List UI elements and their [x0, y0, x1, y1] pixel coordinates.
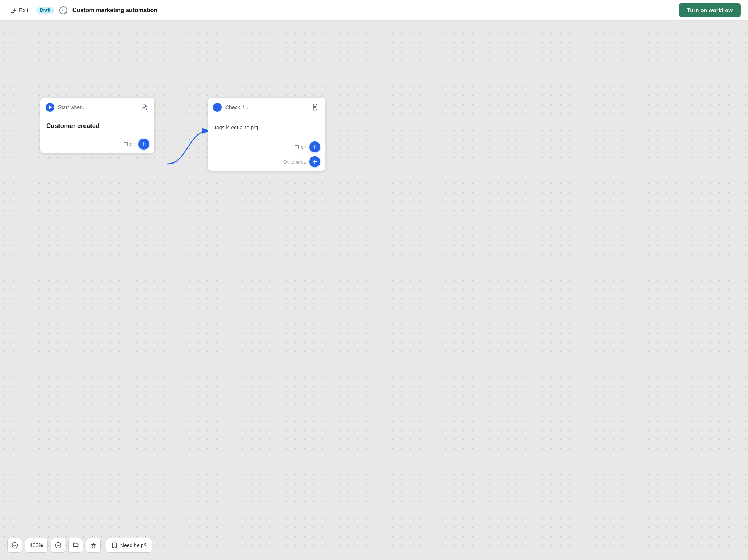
accessibility-button[interactable]: [86, 538, 101, 553]
clipboard-icon: [311, 104, 319, 111]
header-left: Exit Draft ✓ Custom marketing automation: [7, 6, 157, 15]
accessibility-icon: [90, 542, 97, 549]
minus-icon: [11, 542, 18, 549]
trigger-node-header: Start when...: [40, 98, 154, 117]
check-then-row: Then +: [295, 141, 320, 152]
zoom-in-button[interactable]: [51, 538, 65, 553]
check-node-container: Check if... Tags is equal to prq_: [208, 98, 325, 171]
svg-point-9: [93, 543, 94, 544]
trigger-person-icon[interactable]: [139, 102, 149, 112]
need-help-button[interactable]: Need help?: [106, 538, 152, 553]
trigger-node-footer: Then +: [40, 135, 154, 153]
svg-rect-8: [73, 544, 78, 547]
workflow-canvas: Start when... Customer created Then +: [0, 21, 748, 560]
check-clipboard-icon[interactable]: [310, 102, 320, 112]
svg-rect-5: [314, 104, 316, 105]
status-icon: ✓: [59, 6, 67, 14]
check-then-add-button[interactable]: +: [309, 141, 320, 152]
check-node-body: Tags is equal to prq_: [208, 117, 325, 138]
bottom-toolbar: 100% Need help?: [7, 538, 152, 553]
trigger-play-icon: [46, 103, 54, 112]
check-node-header: Check if...: [208, 98, 325, 117]
trigger-node-container: Start when... Customer created Then +: [40, 98, 154, 153]
zoom-out-button[interactable]: [7, 538, 22, 553]
fit-view-button[interactable]: [68, 538, 83, 553]
plus-icon: [55, 542, 61, 549]
page-title: Custom marketing automation: [72, 7, 157, 14]
person-icon: [140, 104, 148, 111]
help-bookmark-icon: [111, 542, 117, 548]
trigger-node: Start when... Customer created Then +: [40, 98, 154, 153]
check-circle-icon: [213, 103, 222, 112]
svg-point-2: [143, 105, 146, 107]
check-otherwise-label: Otherwise: [283, 159, 306, 165]
check-otherwise-row: Otherwise +: [283, 156, 320, 167]
exit-button[interactable]: Exit: [7, 6, 31, 15]
zoom-value: 100%: [30, 542, 43, 548]
trigger-add-button[interactable]: +: [138, 139, 149, 150]
fit-icon: [72, 542, 79, 549]
zoom-level-display: 100%: [25, 538, 48, 553]
header-right: Turn on workflow: [679, 3, 741, 17]
app-header: Exit Draft ✓ Custom marketing automation…: [0, 0, 748, 21]
exit-label: Exit: [19, 7, 28, 13]
exit-icon: [10, 7, 17, 14]
trigger-node-title: Customer created: [46, 122, 149, 130]
check-header-label: Check if...: [225, 104, 306, 110]
connector-path: [167, 131, 210, 164]
check-node-condition: Tags is equal to prq_: [214, 122, 320, 133]
turn-on-workflow-button[interactable]: Turn on workflow: [679, 3, 741, 17]
check-otherwise-add-button[interactable]: +: [309, 156, 320, 167]
trigger-header-label: Start when...: [58, 104, 135, 110]
help-label: Need help?: [120, 542, 147, 548]
check-node-footer: Then + Otherwise +: [208, 138, 325, 171]
draft-badge: Draft: [36, 7, 54, 14]
check-then-label: Then: [295, 144, 306, 150]
trigger-then-label: Then: [124, 141, 135, 147]
check-node: Check if... Tags is equal to prq_: [208, 98, 325, 171]
trigger-node-body: Customer created: [40, 117, 154, 135]
